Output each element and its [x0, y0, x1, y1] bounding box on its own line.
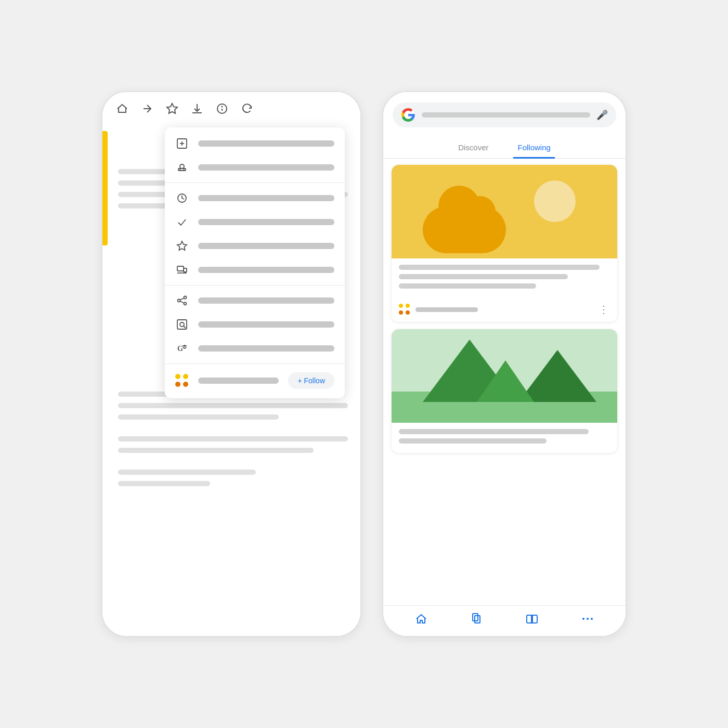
tab-discover[interactable]: Discover	[454, 138, 492, 159]
content-line	[118, 481, 210, 486]
menu-item-text	[198, 195, 334, 201]
right-phone: 🎤 Discover Following	[382, 91, 627, 637]
svg-line-21	[180, 298, 184, 300]
svg-point-19	[178, 300, 180, 302]
bookmark-indicator	[102, 131, 108, 245]
new-tab-icon	[175, 137, 189, 150]
card-footer: ⋮	[392, 299, 617, 322]
menu-item-translate[interactable]: G	[165, 336, 345, 360]
svg-line-25	[184, 326, 186, 328]
dot	[406, 310, 410, 315]
card-body	[392, 258, 617, 299]
menu-item-share[interactable]	[165, 289, 345, 313]
share-icon	[175, 294, 189, 307]
nav-tabs-icon[interactable]	[525, 612, 539, 626]
menu-item-bookmarks[interactable]	[165, 234, 345, 258]
downloads-icon	[175, 215, 189, 229]
menu-item-text	[198, 140, 334, 147]
mountain-card	[392, 329, 617, 453]
tab-following[interactable]: Following	[513, 138, 554, 159]
card-body	[392, 423, 617, 453]
menu-item-text	[198, 378, 279, 384]
bookmarks-icon	[175, 239, 189, 253]
svg-marker-14	[177, 241, 187, 250]
content-line	[118, 414, 279, 420]
search-input[interactable]	[422, 112, 590, 118]
mountain-shape	[477, 360, 534, 402]
content-line	[118, 436, 348, 441]
menu-item-find[interactable]	[165, 313, 345, 336]
main-container: G + Follow	[70, 60, 658, 668]
card-text-line	[399, 283, 536, 289]
svg-point-36	[591, 618, 593, 620]
svg-point-34	[582, 618, 584, 620]
translate-icon: G	[175, 342, 189, 355]
weather-card: ⋮	[392, 165, 617, 322]
mountain-illustration	[392, 329, 617, 423]
dot	[175, 374, 180, 379]
card-text-line	[399, 429, 589, 434]
menu-item-new-tab[interactable]	[165, 132, 345, 155]
menu-item-text	[198, 219, 334, 225]
svg-point-35	[587, 618, 589, 620]
incognito-icon	[175, 161, 189, 174]
refresh-icon[interactable]	[240, 101, 254, 116]
dot	[406, 304, 410, 308]
info-icon[interactable]	[215, 101, 229, 116]
menu-divider	[165, 285, 345, 285]
search-bar[interactable]: 🎤	[393, 102, 616, 127]
source-dots-icon	[399, 304, 410, 315]
menu-item-follow-topic[interactable]: + Follow	[165, 367, 345, 394]
dot	[399, 310, 403, 315]
svg-rect-15	[177, 266, 184, 271]
svg-point-18	[184, 296, 187, 299]
menu-divider	[165, 363, 345, 364]
find-in-page-icon	[175, 318, 189, 331]
svg-text:G: G	[177, 345, 183, 353]
microphone-icon[interactable]: 🎤	[596, 109, 608, 121]
svg-point-8	[180, 164, 184, 168]
svg-rect-12	[179, 168, 185, 169]
download-icon[interactable]	[190, 101, 204, 116]
svg-point-24	[180, 322, 184, 327]
cloud-shape	[423, 206, 506, 253]
card-text-line	[399, 265, 600, 270]
menu-divider	[165, 183, 345, 183]
search-bar-container: 🎤	[383, 92, 626, 134]
home-icon[interactable]	[115, 101, 129, 116]
menu-item-text	[198, 345, 334, 352]
content-line	[118, 403, 348, 408]
dot	[183, 382, 188, 387]
tabs-container: Discover Following	[383, 134, 626, 159]
menu-item-devices[interactable]	[165, 258, 345, 282]
google-logo	[401, 108, 415, 122]
left-phone: G + Follow	[101, 91, 361, 637]
nav-home-icon[interactable]	[414, 612, 428, 626]
dot	[399, 304, 403, 308]
content-line	[118, 470, 256, 475]
svg-point-20	[184, 303, 187, 305]
bottom-navigation	[383, 605, 626, 636]
content-line	[118, 448, 314, 453]
menu-item-text	[198, 297, 334, 304]
menu-item-incognito[interactable]	[165, 155, 345, 179]
browser-toolbar	[102, 92, 360, 125]
menu-item-text	[198, 243, 334, 249]
history-icon	[175, 191, 189, 205]
feed-container: ⋮	[383, 159, 626, 605]
menu-item-history[interactable]	[165, 186, 345, 210]
dot	[175, 382, 180, 387]
follow-button[interactable]: + Follow	[288, 372, 334, 389]
source-name	[415, 307, 478, 312]
nav-bookmarks-icon[interactable]	[470, 612, 484, 626]
more-options-icon[interactable]: ⋮	[599, 303, 610, 316]
topic-dots-icon	[175, 374, 189, 387]
forward-icon[interactable]	[140, 101, 154, 116]
card-text-line	[399, 438, 547, 444]
star-icon[interactable]	[165, 101, 179, 116]
svg-marker-0	[167, 103, 177, 113]
nav-more-icon[interactable]	[581, 612, 594, 626]
card-text-line	[399, 274, 568, 279]
menu-item-downloads[interactable]	[165, 210, 345, 234]
weather-illustration	[392, 165, 617, 258]
